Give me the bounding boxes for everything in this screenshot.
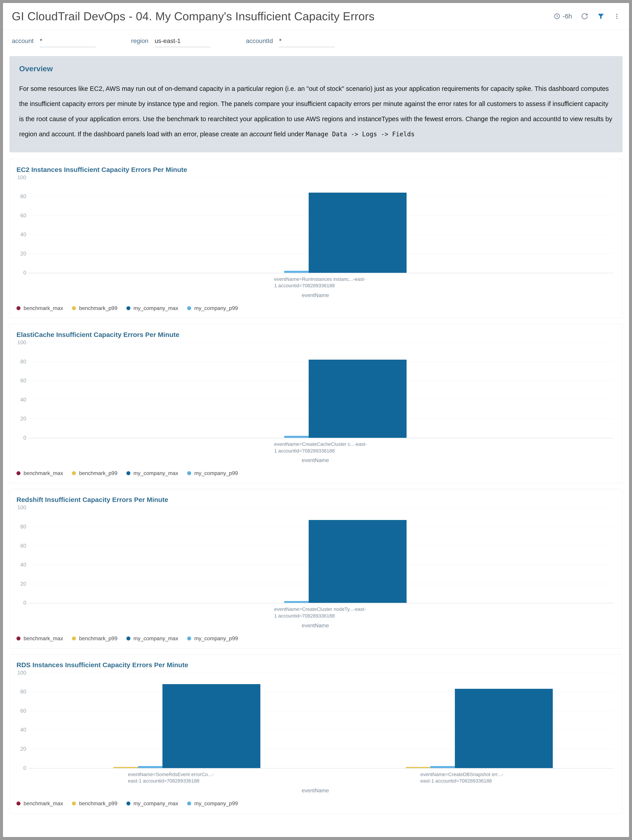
legend-swatch — [187, 306, 191, 310]
time-range-picker[interactable]: -6h — [554, 13, 572, 20]
legend-item-my_company_p99[interactable]: my_company_p99 — [187, 305, 238, 311]
plot-area: 020406080100 — [28, 177, 613, 273]
bar-my_company_p99[interactable] — [284, 436, 309, 438]
legend-item-benchmark_p99[interactable]: benchmark_p99 — [72, 635, 117, 641]
legend-label: benchmark_max — [24, 470, 63, 476]
legend-label: my_company_p99 — [194, 635, 238, 641]
overview-em: account — [249, 131, 272, 137]
legend-label: benchmark_p99 — [79, 635, 117, 641]
gridline — [28, 438, 613, 438]
bar-my_company_max[interactable] — [455, 689, 553, 768]
legend-label: benchmark_p99 — [79, 305, 117, 311]
chart-title: ElastiCache Insufficient Capacity Errors… — [15, 331, 616, 338]
header-actions: -6h — [554, 13, 620, 20]
bar-benchmark_p99[interactable] — [113, 767, 138, 768]
legend-item-my_company_p99[interactable]: my_company_p99 — [187, 470, 238, 476]
filter-accountid[interactable]: accountId * — [246, 36, 335, 47]
legend-swatch — [187, 471, 191, 475]
legend-item-benchmark_max[interactable]: benchmark_max — [16, 635, 63, 641]
refresh-icon[interactable] — [581, 13, 588, 20]
category-col: eventName=RunInstances instanc...-east-1… — [28, 273, 613, 289]
legend-item-my_company_p99[interactable]: my_company_p99 — [187, 801, 238, 807]
legend-item-benchmark_max[interactable]: benchmark_max — [16, 801, 63, 807]
legend-item-benchmark_p99[interactable]: benchmark_p99 — [72, 801, 117, 807]
legend-label: benchmark_p99 — [79, 470, 117, 476]
bar-my_company_p99[interactable] — [430, 766, 455, 768]
chart-panel-ec2: EC2 Instances Insufficient Capacity Erro… — [9, 159, 623, 318]
category-label: eventName=RunInstances instanc...-east-1… — [274, 273, 368, 289]
overview-text: For some resources like EC2, AWS may run… — [19, 85, 612, 137]
y-tick-label: 100 — [15, 669, 26, 676]
y-tick-label: 80 — [15, 688, 26, 695]
legend-swatch — [72, 802, 76, 805]
legend-swatch — [187, 802, 191, 805]
bar-my_company_max[interactable] — [162, 684, 260, 768]
clock-icon — [554, 13, 560, 20]
x-axis-label: eventName — [15, 292, 616, 298]
legend-label: benchmark_p99 — [79, 801, 117, 807]
legend-swatch — [16, 306, 20, 310]
legend-swatch — [72, 306, 76, 310]
overview-title: Overview — [19, 64, 613, 73]
bar-group — [28, 177, 613, 273]
chart-legend: benchmark_maxbenchmark_p99my_company_max… — [15, 628, 616, 644]
filter-value[interactable]: us-east-1 — [154, 36, 210, 47]
x-axis-label: eventName — [15, 622, 616, 628]
filter-account[interactable]: account * — [12, 36, 96, 47]
bar-group — [28, 343, 613, 438]
filter-region[interactable]: region us-east-1 — [131, 36, 210, 47]
filter-icon[interactable] — [597, 13, 605, 20]
y-tick-label: 0 — [15, 600, 26, 606]
legend-label: my_company_p99 — [194, 470, 238, 476]
legend-item-my_company_max[interactable]: my_company_max — [126, 305, 178, 311]
bar-my_company_max[interactable] — [309, 520, 407, 603]
bar-my_company_p99[interactable] — [284, 271, 309, 273]
chart-title: Redshift Insufficient Capacity Errors Pe… — [15, 496, 616, 504]
filter-value[interactable]: * — [279, 36, 335, 47]
legend-swatch — [126, 802, 131, 805]
y-tick-label: 100 — [15, 339, 26, 346]
legend-item-my_company_p99[interactable]: my_company_p99 — [187, 635, 238, 641]
legend-label: my_company_max — [134, 470, 178, 476]
overview-code: Manage Data -> Logs -> Fields — [306, 131, 415, 138]
legend-swatch — [187, 636, 191, 641]
bar-my_company_max[interactable] — [309, 193, 407, 273]
bar-group — [321, 673, 613, 768]
filter-value[interactable]: * — [40, 36, 96, 47]
legend-label: my_company_p99 — [194, 305, 238, 311]
legend-swatch — [16, 802, 20, 805]
bar-my_company_p99[interactable] — [284, 601, 309, 603]
bar-benchmark_p99[interactable] — [406, 767, 430, 768]
y-tick-label: 100 — [15, 174, 26, 181]
legend-item-benchmark_p99[interactable]: benchmark_p99 — [72, 470, 117, 476]
plot-area: 020406080100 — [28, 673, 613, 769]
legend-item-benchmark_max[interactable]: benchmark_max — [16, 305, 63, 311]
category-labels: eventName=CreateCluster nodeTy...-east-1… — [28, 603, 613, 619]
y-tick-label: 20 — [15, 581, 26, 587]
bar-my_company_max[interactable] — [309, 360, 407, 438]
legend-item-my_company_max[interactable]: my_company_max — [126, 635, 178, 641]
y-tick-label: 80 — [15, 524, 26, 530]
legend-label: benchmark_max — [24, 635, 63, 641]
legend-item-benchmark_max[interactable]: benchmark_max — [16, 470, 63, 476]
category-label: eventName=CreateDBSnapshot err...-east-1… — [420, 769, 514, 784]
legend-item-my_company_max[interactable]: my_company_max — [126, 801, 178, 807]
dashboard-app: GI CloudTrail DevOps - 04. My Company's … — [3, 3, 629, 837]
filter-bar: account * region us-east-1 accountId * — [3, 30, 629, 56]
bar-my_company_p99[interactable] — [138, 766, 162, 768]
y-tick-label: 0 — [15, 765, 26, 771]
legend-swatch — [126, 471, 131, 475]
legend-swatch — [16, 471, 20, 475]
overview-text: field under — [272, 131, 306, 137]
bar-groups — [28, 343, 613, 438]
y-tick-label: 80 — [15, 193, 26, 199]
category-labels: eventName=RunInstances instanc...-east-1… — [28, 273, 613, 289]
legend-item-benchmark_p99[interactable]: benchmark_p99 — [72, 305, 117, 311]
legend-swatch — [72, 471, 76, 475]
legend-swatch — [126, 636, 131, 641]
kebab-menu-icon[interactable] — [613, 13, 620, 20]
chart-panel-elasticache: ElastiCache Insufficient Capacity Errors… — [9, 324, 623, 483]
y-tick-label: 60 — [15, 708, 26, 714]
legend-item-my_company_max[interactable]: my_company_max — [126, 470, 178, 476]
y-tick-label: 20 — [15, 746, 26, 752]
